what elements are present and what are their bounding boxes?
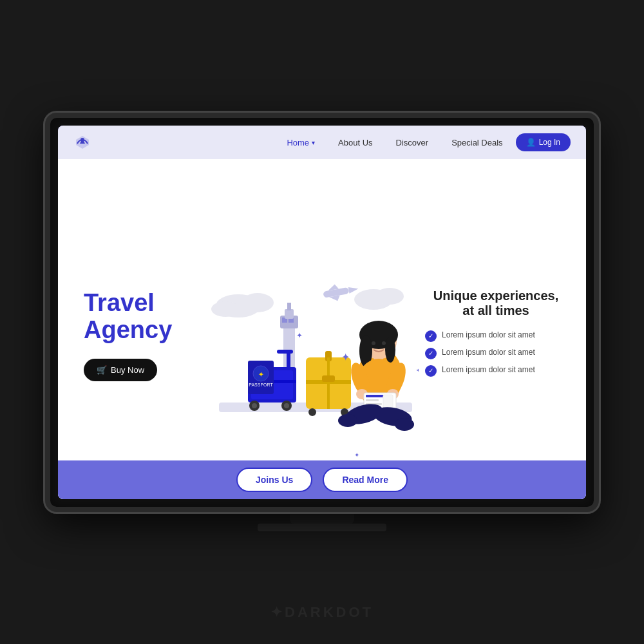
svg-point-42 [385, 337, 395, 363]
svg-point-3 [242, 293, 274, 312]
svg-rect-52 [366, 395, 385, 397]
monitor-base [258, 524, 386, 531]
nav-about[interactable]: About Us [338, 138, 372, 147]
chevron-down-icon: ▾ [312, 139, 315, 146]
svg-point-58 [338, 414, 357, 427]
hero-right: Unique experiences,at all times Lorem ip… [419, 159, 586, 499]
svg-point-43 [372, 341, 375, 345]
nav-discover[interactable]: Discover [396, 138, 429, 147]
check-icon-1 [425, 330, 437, 342]
join-us-button[interactable]: Joins Us [236, 468, 312, 492]
svg-point-24 [252, 403, 257, 408]
svg-rect-22 [277, 350, 293, 354]
svg-rect-21 [287, 351, 290, 370]
feature-list: Lorem ipsum dolor sit amet Lorem ipsum d… [425, 330, 567, 377]
svg-rect-37 [322, 375, 335, 382]
svg-point-6 [375, 288, 404, 305]
buy-now-button[interactable]: 🛒 Buy Now [84, 359, 157, 381]
svg-text:✦: ✦ [341, 352, 350, 363]
hero-illustration: ✦ PASSPORT [200, 159, 419, 499]
navbar: Home ▾ About Us Discover Special Deals 👤… [58, 126, 586, 159]
check-icon-2 [425, 348, 437, 359]
hero-section: Travel Agency 🛒 Buy Now [58, 159, 586, 499]
monitor-stand [290, 512, 354, 524]
watermark: ✦DARKDOT [270, 604, 374, 621]
svg-rect-53 [366, 399, 379, 401]
svg-rect-15 [285, 309, 294, 319]
feature-item-2: Lorem ipsum dolor sit amet [425, 347, 567, 359]
svg-rect-55 [383, 395, 393, 409]
feature-item-3: Lorem ipsum dolor sit amet [425, 365, 567, 377]
svg-point-4 [211, 301, 240, 317]
hero-left: Travel Agency 🛒 Buy Now [58, 159, 200, 499]
cart-icon: 🛒 [97, 365, 107, 375]
svg-point-26 [284, 403, 289, 408]
screen: Home ▾ About Us Discover Special Deals 👤… [58, 126, 586, 499]
nav-home[interactable]: Home ▾ [287, 138, 315, 147]
feature-item-1: Lorem ipsum dolor sit amet [425, 330, 567, 342]
svg-point-44 [382, 341, 386, 345]
svg-rect-34 [327, 357, 330, 409]
svg-point-35 [308, 408, 316, 416]
hero-title: Travel Agency [84, 290, 187, 344]
logo-icon [73, 133, 91, 151]
nav-links: Home ▾ About Us Discover Special Deals [287, 138, 502, 147]
svg-text:PASSPORT: PASSPORT [249, 383, 273, 387]
travel-illustration: ✦ PASSPORT [200, 267, 419, 460]
svg-text:✦: ✦ [296, 331, 303, 340]
user-icon: 👤 [526, 138, 536, 147]
login-button[interactable]: 👤 Log In [516, 133, 571, 151]
svg-text:✦: ✦ [258, 371, 264, 378]
read-more-button[interactable]: Read More [323, 468, 408, 492]
tagline: Unique experiences,at all times [425, 289, 567, 318]
nav-logo [73, 133, 91, 151]
nav-special-deals[interactable]: Special Deals [451, 138, 503, 147]
svg-rect-16 [287, 303, 291, 310]
svg-point-59 [395, 418, 414, 431]
monitor-frame: Home ▾ About Us Discover Special Deals 👤… [45, 113, 599, 512]
svg-text:✦: ✦ [354, 451, 359, 459]
check-icon-3 [425, 365, 437, 377]
